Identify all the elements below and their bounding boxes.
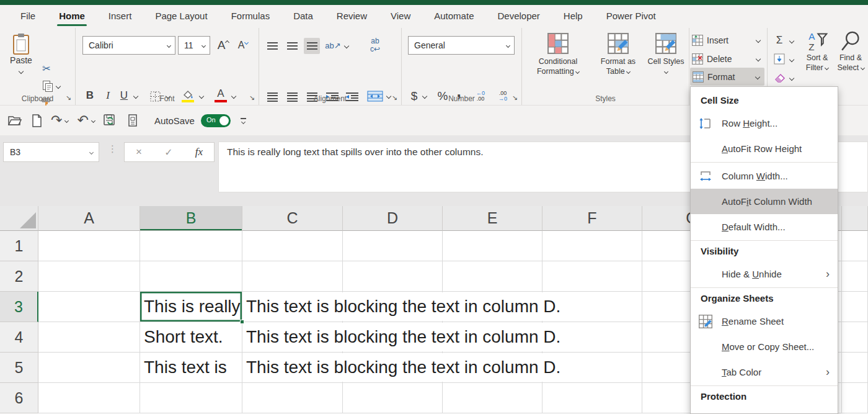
orientation-button[interactable]: ab↗ xyxy=(324,37,342,54)
menu-item-hide-unhide[interactable]: Hide & Unhide › xyxy=(691,261,838,287)
menu-item-tab-color[interactable]: Tab Color › xyxy=(691,359,838,385)
column-header-C[interactable]: C xyxy=(242,206,343,231)
tab-review[interactable]: Review xyxy=(325,5,379,28)
row-header-2[interactable]: 2 xyxy=(0,261,38,292)
autosave-toggle[interactable]: On xyxy=(201,114,231,127)
paste-button[interactable]: Paste xyxy=(6,33,36,76)
cell-A6[interactable] xyxy=(38,383,140,413)
row-header-1[interactable]: 1 xyxy=(0,231,38,261)
menu-item-autofit-column-width[interactable]: AutoFit Column Width xyxy=(691,189,838,214)
font-name-combo[interactable]: Calibri xyxy=(82,36,175,55)
menu-item-move-copy-sheet[interactable]: Move or Copy Sheet... xyxy=(691,334,838,359)
column-header-A[interactable]: A xyxy=(38,206,140,231)
cell-styles-button[interactable]: Cell Styles xyxy=(646,33,686,76)
name-box[interactable]: B3 xyxy=(3,142,99,162)
cell-D1[interactable] xyxy=(343,231,443,261)
row-header-4[interactable]: 4 xyxy=(0,322,38,353)
tab-formulas[interactable]: Formulas xyxy=(219,5,282,28)
clear-chevron-icon[interactable] xyxy=(789,76,794,81)
tab-data[interactable]: Data xyxy=(281,5,325,28)
redo-button[interactable]: ↷ xyxy=(51,112,68,128)
align-top-button[interactable] xyxy=(264,38,280,54)
cell-F1[interactable] xyxy=(542,231,642,261)
cell-I3[interactable] xyxy=(842,292,868,322)
cell-E2[interactable] xyxy=(443,261,542,292)
autosum-button[interactable]: Σ xyxy=(771,33,787,48)
tab-developer[interactable]: Developer xyxy=(485,5,551,28)
tab-page-layout[interactable]: Page Layout xyxy=(143,5,219,28)
cell-A4[interactable] xyxy=(38,322,140,353)
tab-power-pivot[interactable]: Power Pivot xyxy=(595,5,668,28)
find-select-button[interactable]: Find & Select xyxy=(835,30,867,73)
format-as-table-button[interactable]: Format as Table xyxy=(591,33,645,76)
fill-chevron-icon[interactable] xyxy=(789,57,794,62)
row-header-3[interactable]: 3 xyxy=(0,292,38,322)
number-dialog-launcher[interactable]: ↘ xyxy=(512,94,518,102)
row-header-5[interactable]: 5 xyxy=(0,353,38,383)
tab-file[interactable]: File xyxy=(9,5,47,28)
conditional-formatting-button[interactable]: Conditional Formatting xyxy=(527,33,589,76)
cut-button[interactable]: ✂ xyxy=(38,61,55,75)
cell-A1[interactable] xyxy=(38,231,140,261)
cell-F2[interactable] xyxy=(542,261,642,292)
alignment-dialog-launcher[interactable]: ↘ xyxy=(392,94,397,102)
insert-cells-button[interactable]: Insert xyxy=(692,32,765,48)
menu-item-rename-sheet[interactable]: Rename Sheet xyxy=(691,308,838,334)
cell-D2[interactable] xyxy=(343,261,443,292)
cell-C5[interactable]: This text is blocking the text in column… xyxy=(242,353,343,383)
delete-cells-button[interactable]: Delete xyxy=(692,50,765,67)
cell-B6[interactable] xyxy=(140,383,242,413)
clipboard-dialog-launcher[interactable]: ↘ xyxy=(66,94,71,102)
menu-item-column-width[interactable]: Column Width... xyxy=(691,163,838,189)
align-middle-button[interactable] xyxy=(284,38,300,54)
cell-C6[interactable] xyxy=(242,383,343,413)
format-cells-button[interactable]: Format xyxy=(690,68,764,86)
open-button[interactable] xyxy=(7,114,22,127)
cell-B1[interactable] xyxy=(140,231,242,261)
increase-font-size-button[interactable]: A xyxy=(215,37,232,54)
cell-C1[interactable] xyxy=(242,231,343,261)
cell-D6[interactable] xyxy=(343,383,443,413)
cell-I1[interactable] xyxy=(842,231,868,261)
align-bottom-button[interactable] xyxy=(304,38,320,54)
clear-button[interactable] xyxy=(771,70,787,85)
tab-home[interactable]: Home xyxy=(47,5,97,28)
copy-button[interactable] xyxy=(38,79,63,94)
tab-automate[interactable]: Automate xyxy=(422,5,485,28)
cell-I2[interactable] xyxy=(842,261,868,292)
menu-item-row-height[interactable]: Row Height... xyxy=(691,110,838,136)
cell-A5[interactable] xyxy=(38,353,140,383)
autosum-chevron-icon[interactable] xyxy=(789,38,794,43)
print-preview-button[interactable] xyxy=(126,114,139,127)
formula-bar-grip-icon[interactable]: ⋮ xyxy=(108,143,117,155)
cell-A3[interactable] xyxy=(38,292,140,322)
cell-E1[interactable] xyxy=(443,231,542,261)
menu-item-autofit-row-height[interactable]: AutoFit Row Height xyxy=(691,136,838,161)
cell-I4[interactable] xyxy=(842,322,868,353)
cell-I5[interactable] xyxy=(842,353,868,383)
cell-E6[interactable] xyxy=(443,383,542,413)
font-size-combo[interactable]: 11 xyxy=(178,36,210,55)
number-format-combo[interactable]: General xyxy=(408,36,515,55)
menu-item-default-width[interactable]: Default Width... xyxy=(691,214,838,240)
fill-handle[interactable] xyxy=(240,320,244,324)
tab-insert[interactable]: Insert xyxy=(97,5,144,28)
cell-B3[interactable]: This is really long text that spills ove… xyxy=(140,292,242,322)
column-header-F[interactable]: F xyxy=(542,206,642,231)
customize-qat-button[interactable] xyxy=(241,118,246,124)
cell-B5[interactable]: This text is xyxy=(140,353,242,383)
cell-C4[interactable]: This text is blocking the text in column… xyxy=(242,322,343,353)
select-all-corner[interactable] xyxy=(0,206,38,231)
sort-filter-button[interactable]: A Z Sort & Filter xyxy=(801,30,833,73)
font-dialog-launcher[interactable]: ↘ xyxy=(249,94,255,102)
insert-function-icon[interactable]: fx xyxy=(195,146,203,158)
orientation-chevron-icon[interactable] xyxy=(344,43,349,48)
cell-B4[interactable]: Short text. xyxy=(140,322,242,353)
new-file-button[interactable] xyxy=(31,114,42,127)
enter-icon[interactable]: ✓ xyxy=(164,146,172,158)
column-header-E[interactable]: E xyxy=(443,206,542,231)
row-header-6[interactable]: 6 xyxy=(0,383,38,413)
fill-button[interactable] xyxy=(771,52,787,66)
cancel-icon[interactable]: × xyxy=(136,146,142,158)
save-button[interactable] xyxy=(104,114,118,127)
